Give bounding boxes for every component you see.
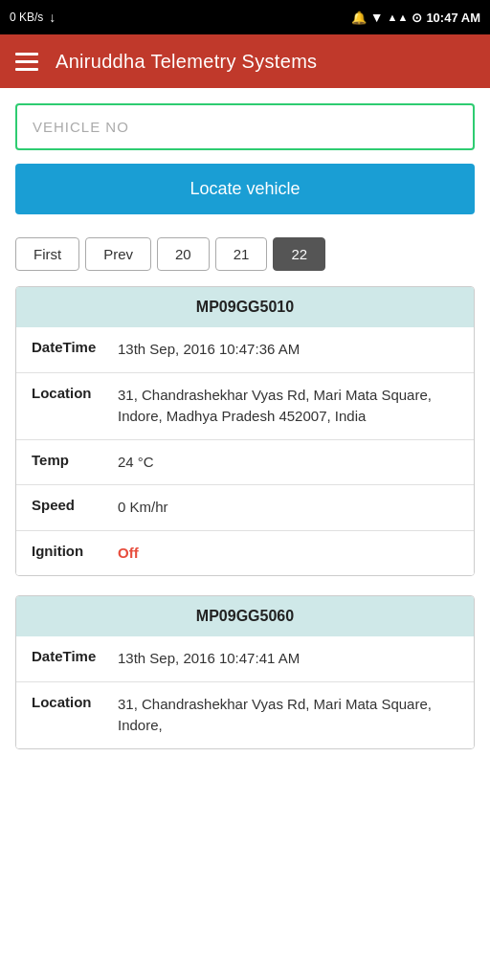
datetime-label-2: DateTime bbox=[32, 648, 118, 664]
datetime-row-1: DateTime 13th Sep, 2016 10:47:36 AM bbox=[16, 327, 474, 372]
datetime-row-2: DateTime 13th Sep, 2016 10:47:41 AM bbox=[16, 636, 474, 681]
signal-icon: ▲▲ bbox=[388, 11, 409, 23]
vehicle-card-1: MP09GG5010 DateTime 13th Sep, 2016 10:47… bbox=[15, 286, 475, 576]
page-20-button[interactable]: 20 bbox=[157, 237, 210, 271]
vehicle-card-2: MP09GG5060 DateTime 13th Sep, 2016 10:47… bbox=[15, 595, 475, 749]
ignition-value-1: Off bbox=[118, 543, 458, 565]
vehicle-id-2: MP09GG5060 bbox=[16, 596, 474, 636]
data-speed: 0 KB/s bbox=[10, 11, 43, 24]
speed-label-1: Speed bbox=[32, 497, 118, 513]
status-right: 🔔 ▼ ▲▲ ⊙ 10:47 AM bbox=[351, 10, 480, 25]
speed-row-1: Speed 0 Km/hr bbox=[16, 484, 474, 530]
alarm-icon: 🔔 bbox=[351, 11, 367, 25]
page-21-button[interactable]: 21 bbox=[215, 237, 268, 271]
ignition-label-1: Ignition bbox=[32, 543, 118, 559]
app-title: Aniruddha Telemetry Systems bbox=[56, 51, 317, 73]
page-first-button[interactable]: First bbox=[15, 237, 79, 271]
menu-button[interactable] bbox=[15, 53, 38, 71]
vehicle-body-2: DateTime 13th Sep, 2016 10:47:41 AM Loca… bbox=[16, 636, 474, 748]
datetime-value-1: 13th Sep, 2016 10:47:36 AM bbox=[118, 339, 458, 361]
status-bar: 0 KB/s ↓ 🔔 ▼ ▲▲ ⊙ 10:47 AM bbox=[0, 0, 490, 34]
wifi-icon: ▼ bbox=[370, 10, 384, 25]
download-icon: ↓ bbox=[49, 10, 56, 25]
status-left: 0 KB/s ↓ bbox=[10, 10, 56, 25]
main-content: Locate vehicle First Prev 20 21 22 MP09G… bbox=[0, 88, 490, 980]
temp-value-1: 24 °C bbox=[118, 452, 458, 474]
location-value-1: 31, Chandrashekhar Vyas Rd, Mari Mata Sq… bbox=[118, 385, 458, 428]
vehicle-id-1: MP09GG5010 bbox=[16, 287, 474, 327]
vehicle-number-input[interactable] bbox=[15, 103, 475, 150]
ignition-row-1: Ignition Off bbox=[16, 530, 474, 576]
time-display: 10:47 AM bbox=[426, 11, 480, 25]
temp-label-1: Temp bbox=[32, 452, 118, 468]
location-label-2: Location bbox=[32, 694, 118, 710]
locate-vehicle-button[interactable]: Locate vehicle bbox=[15, 164, 475, 214]
toolbar: Aniruddha Telemetry Systems bbox=[0, 34, 490, 88]
datetime-value-2: 13th Sep, 2016 10:47:41 AM bbox=[118, 648, 458, 670]
speed-value-1: 0 Km/hr bbox=[118, 497, 458, 519]
location-row-1: Location 31, Chandrashekhar Vyas Rd, Mar… bbox=[16, 372, 474, 439]
location-row-2: Location 31, Chandrashekhar Vyas Rd, Mar… bbox=[16, 681, 474, 748]
page-prev-button[interactable]: Prev bbox=[85, 237, 151, 271]
page-22-button[interactable]: 22 bbox=[273, 237, 325, 271]
location-label-1: Location bbox=[32, 385, 118, 401]
temp-row-1: Temp 24 °C bbox=[16, 439, 474, 485]
pagination-bar: First Prev 20 21 22 bbox=[15, 237, 475, 271]
datetime-label-1: DateTime bbox=[32, 339, 118, 355]
vehicle-body-1: DateTime 13th Sep, 2016 10:47:36 AM Loca… bbox=[16, 327, 474, 575]
location-value-2: 31, Chandrashekhar Vyas Rd, Mari Mata Sq… bbox=[118, 694, 458, 737]
battery-icon: ⊙ bbox=[412, 11, 422, 25]
